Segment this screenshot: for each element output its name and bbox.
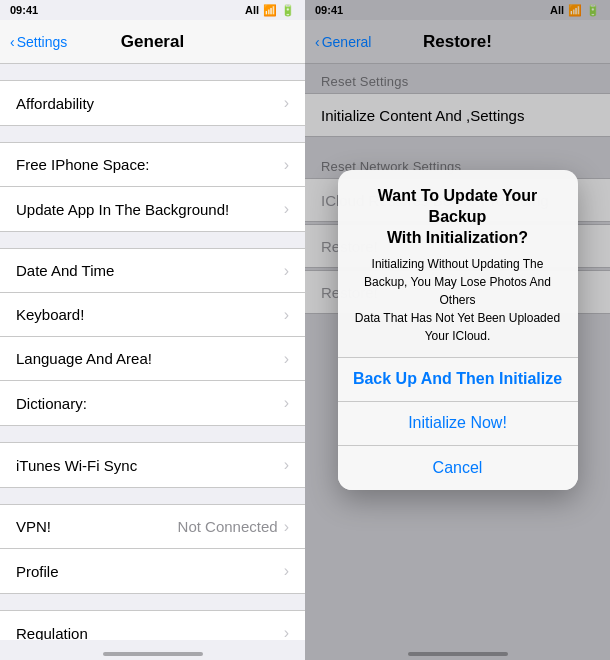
language-label: Language And Area!	[16, 350, 284, 367]
left-home-bar	[103, 652, 203, 656]
dialog-btn-initialize[interactable]: Initialize Now!	[338, 402, 578, 446]
left-signal: All	[245, 4, 259, 16]
list-item-dictionary[interactable]: Dictionary: ›	[0, 381, 305, 425]
free-iphone-chevron: ›	[284, 156, 289, 174]
left-battery-icon: 🔋	[281, 4, 295, 17]
vpn-chevron: ›	[284, 518, 289, 536]
dialog: Want To Update Your BackupWith Initializ…	[338, 170, 578, 489]
left-nav-title: General	[70, 32, 235, 52]
vpn-value: Not Connected	[178, 518, 278, 535]
spacer-1	[0, 64, 305, 72]
section-affordability: Affordability ›	[0, 80, 305, 126]
regulation-label: Regulation	[16, 625, 284, 641]
left-back-chevron: ‹	[10, 34, 15, 50]
dialog-overlay: Want To Update Your BackupWith Initializ…	[305, 0, 610, 660]
keyboard-chevron: ›	[284, 306, 289, 324]
date-time-chevron: ›	[284, 262, 289, 280]
dialog-content: Want To Update Your BackupWith Initializ…	[338, 170, 578, 356]
spacer-5	[0, 488, 305, 496]
left-back-label: Settings	[17, 34, 68, 50]
list-item-date-time[interactable]: Date And Time ›	[0, 249, 305, 293]
left-scroll-content[interactable]: Affordability › Free IPhone Space: › Upd…	[0, 64, 305, 640]
free-iphone-label: Free IPhone Space:	[16, 156, 284, 173]
dialog-btn-backup-label: Back Up And Then Initialize	[353, 370, 562, 388]
left-time: 09:41	[10, 4, 38, 16]
dialog-title: Want To Update Your BackupWith Initializ…	[354, 186, 562, 248]
dialog-btn-cancel-label: Cancel	[433, 459, 483, 477]
spacer-2	[0, 126, 305, 134]
date-time-label: Date And Time	[16, 262, 284, 279]
section-regulation: Regulation ›	[0, 610, 305, 640]
keyboard-label: Keyboard!	[16, 306, 284, 323]
list-item-affordability[interactable]: Affordability ›	[0, 81, 305, 125]
update-app-chevron: ›	[284, 200, 289, 218]
section-storage: Free IPhone Space: › Update App In The B…	[0, 142, 305, 232]
dialog-actions: Back Up And Then Initialize Initialize N…	[338, 357, 578, 490]
left-panel: 09:41 All 📶 🔋 ‹ Settings General Afforda…	[0, 0, 305, 660]
spacer-3	[0, 232, 305, 240]
affordability-chevron: ›	[284, 94, 289, 112]
profile-label: Profile	[16, 563, 284, 580]
right-panel: 09:41 All 📶 🔋 ‹ General Restore! Reset S…	[305, 0, 610, 660]
list-item-regulation[interactable]: Regulation ›	[0, 611, 305, 640]
left-status-bar: 09:41 All 📶 🔋	[0, 0, 305, 20]
itunes-chevron: ›	[284, 456, 289, 474]
spacer-6	[0, 594, 305, 602]
list-item-vpn[interactable]: VPN! Not Connected ›	[0, 505, 305, 549]
left-back-button[interactable]: ‹ Settings	[10, 34, 70, 50]
spacer-4	[0, 426, 305, 434]
left-nav-bar: ‹ Settings General	[0, 20, 305, 64]
left-home-indicator	[0, 640, 305, 660]
dialog-btn-initialize-label: Initialize Now!	[408, 414, 507, 432]
affordability-label: Affordability	[16, 95, 284, 112]
list-item-itunes[interactable]: iTunes Wi-Fi Sync ›	[0, 443, 305, 487]
section-vpn: VPN! Not Connected › Profile ›	[0, 504, 305, 594]
left-status-icons: All 📶 🔋	[245, 4, 295, 17]
list-item-free-iphone[interactable]: Free IPhone Space: ›	[0, 143, 305, 187]
itunes-label: iTunes Wi-Fi Sync	[16, 457, 284, 474]
vpn-label: VPN!	[16, 518, 178, 535]
section-itunes: iTunes Wi-Fi Sync ›	[0, 442, 305, 488]
language-chevron: ›	[284, 350, 289, 368]
update-app-label: Update App In The Background!	[16, 201, 284, 218]
list-item-language[interactable]: Language And Area! ›	[0, 337, 305, 381]
section-locale: Date And Time › Keyboard! › Language And…	[0, 248, 305, 426]
dialog-btn-cancel[interactable]: Cancel	[338, 446, 578, 490]
dictionary-label: Dictionary:	[16, 395, 284, 412]
list-item-profile[interactable]: Profile ›	[0, 549, 305, 593]
dialog-btn-backup[interactable]: Back Up And Then Initialize	[338, 358, 578, 402]
dictionary-chevron: ›	[284, 394, 289, 412]
regulation-chevron: ›	[284, 624, 289, 640]
left-wifi-icon: 📶	[263, 4, 277, 17]
dialog-message: Initializing Without Updating TheBackup,…	[354, 255, 562, 345]
list-item-update-app[interactable]: Update App In The Background! ›	[0, 187, 305, 231]
profile-chevron: ›	[284, 562, 289, 580]
list-item-keyboard[interactable]: Keyboard! ›	[0, 293, 305, 337]
